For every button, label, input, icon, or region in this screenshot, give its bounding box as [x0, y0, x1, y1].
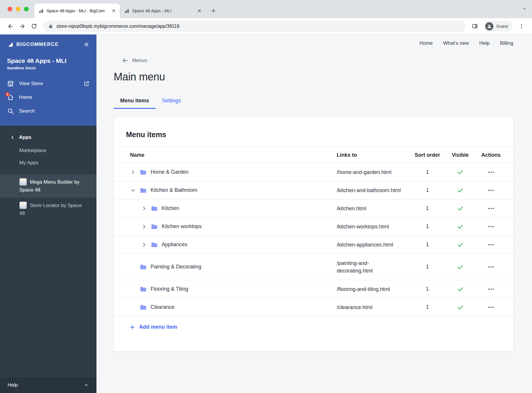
topnav-whats-new-link[interactable]: What's new [443, 40, 469, 46]
help-drawer-toggle[interactable]: Help [0, 377, 96, 393]
zoom-window-button[interactable] [24, 7, 29, 11]
chevron-up-icon [84, 382, 89, 388]
browser-menu-icon[interactable] [516, 20, 527, 32]
folder-icon [139, 263, 147, 271]
row-actions-button[interactable] [488, 241, 495, 248]
links-to-value: /painting-and-decorating.html [337, 259, 410, 275]
sidebar-item-label: Search [19, 108, 35, 114]
sidebar-app-store-locator[interactable]: Store Locator by Space 48 [0, 198, 96, 221]
arrow-left-icon [122, 57, 128, 64]
tabstrip-chevron-icon[interactable] [522, 6, 527, 11]
profile-button[interactable]: Guest [484, 21, 513, 32]
reload-icon[interactable] [28, 20, 40, 32]
folder-icon [139, 304, 147, 311]
menu-item-name: Appliances [162, 242, 187, 248]
visible-check-icon[interactable] [457, 223, 464, 230]
sidebar-item-view-store[interactable]: View Store [7, 77, 89, 90]
visible-check-icon[interactable] [457, 169, 464, 176]
header-links-to: Links to [337, 151, 410, 159]
window-controls [8, 7, 29, 11]
help-label: Help [8, 382, 18, 388]
row-actions-button[interactable] [488, 304, 495, 311]
profile-label: Guest [496, 24, 508, 29]
visible-check-icon[interactable] [457, 304, 464, 311]
store-type: Sandbox Store [7, 66, 89, 70]
sidebar-item-search[interactable]: Search [7, 104, 89, 118]
visible-check-icon[interactable] [457, 263, 464, 270]
topnav-help-link[interactable]: Help [479, 40, 490, 46]
forward-icon[interactable] [16, 20, 28, 32]
tab-close-icon[interactable]: ✕ [197, 8, 201, 13]
store-name: Space 48 Apps - MLI [7, 57, 89, 64]
chevron-down-icon[interactable] [130, 187, 139, 194]
lock-icon [49, 24, 53, 28]
menu-item-name: Kitchen & Bathroom [151, 187, 197, 193]
chevron-right-icon[interactable] [141, 241, 151, 248]
folder-icon [139, 187, 147, 194]
close-window-button[interactable] [8, 7, 12, 11]
visible-check-icon[interactable] [457, 205, 464, 212]
sidebar-item-home[interactable]: 1 Home [7, 90, 89, 104]
table-row: Appliances /kitchen-appliances.html 1 [114, 236, 513, 254]
sidebar-apps-back[interactable]: Apps [0, 126, 96, 144]
side-panel-icon[interactable] [469, 20, 481, 32]
browser-tab-inactive[interactable]: Space 48 Apps - MLI ✕ [120, 4, 205, 18]
page-title: Main menu [114, 71, 513, 83]
card-heading: Menu items [114, 118, 513, 139]
tab-close-icon[interactable]: ✕ [112, 8, 116, 13]
breadcrumb[interactable]: Menus [122, 57, 513, 64]
sort-order-value: 1 [410, 242, 445, 248]
collapse-sidebar-icon[interactable] [83, 41, 89, 48]
chevron-right-icon[interactable] [130, 169, 139, 176]
new-tab-button[interactable] [208, 6, 218, 16]
visible-check-icon[interactable] [457, 241, 464, 248]
topnav-billing-link[interactable]: Billing [500, 40, 513, 46]
sidebar-item-label: Home [19, 94, 32, 100]
menu-item-name: Flooring & Tiling [151, 286, 188, 292]
header-sort-order: Sort order [410, 152, 445, 158]
row-actions-button[interactable] [488, 286, 495, 293]
topnav-home-link[interactable]: Home [419, 40, 433, 46]
sidebar-item-marketplace[interactable]: Marketplace [0, 144, 96, 157]
breadcrumb-label: Menus [132, 58, 147, 63]
table-row: Kitchen /kitchen.html 1 [114, 199, 513, 218]
row-actions-button[interactable] [488, 187, 495, 194]
tab-title: Space 48 Apps - MLI [132, 8, 195, 13]
menu-items-card: Menu items Name Links to Sort order Visi… [114, 118, 513, 351]
sidebar-item-label: View Store [19, 81, 43, 87]
add-menu-item-label: Add menu item [139, 324, 177, 330]
browser-tab-active[interactable]: Space 48 Apps - MLI - BigCom ✕ [34, 4, 120, 18]
back-icon[interactable] [5, 20, 16, 32]
folder-icon [151, 223, 158, 230]
visible-check-icon[interactable] [457, 286, 464, 293]
row-actions-button[interactable] [488, 169, 495, 176]
notification-badge: 1 [5, 92, 10, 97]
brand-name: BIGCOMMERCE [16, 42, 58, 47]
row-actions-button[interactable] [488, 263, 495, 270]
sidebar-app-mega-menu-builder[interactable]: Mega Menu Builder by Space 48 [0, 174, 96, 198]
chevron-right-icon[interactable] [141, 205, 151, 212]
tab-favicon-icon [39, 8, 44, 13]
table-row: Kitchen & Bathroom /kitchen-and-bathroom… [114, 181, 513, 199]
search-icon [7, 108, 14, 115]
tab-favicon-icon [124, 8, 129, 13]
address-bar[interactable]: store-nqivp06qsb.mybigcommerce.com/manag… [43, 21, 466, 32]
url-text: store-nqivp06qsb.mybigcommerce.com/manag… [56, 24, 179, 29]
sidebar-item-my-apps[interactable]: My Apps [0, 157, 96, 169]
row-actions-button[interactable] [488, 223, 495, 230]
chevron-right-icon[interactable] [141, 223, 151, 230]
storefront-icon [7, 80, 14, 87]
tab-settings[interactable]: Settings [156, 98, 187, 109]
visible-check-icon[interactable] [457, 187, 464, 194]
tab-menu-items[interactable]: Menu items [114, 98, 156, 109]
minimize-window-button[interactable] [16, 7, 20, 11]
links-to-value: /kitchen-worktops.html [337, 223, 410, 230]
row-actions-button[interactable] [488, 205, 495, 212]
table-row: Painting & Decorating /painting-and-deco… [114, 254, 513, 280]
sidebar: BIGCOMMERCE Space 48 Apps - MLI Sandbox … [0, 35, 96, 393]
links-to-value: /flooring-and-tiling.html [337, 285, 410, 293]
apps-header-label: Apps [19, 135, 32, 140]
chevron-spacer [130, 263, 139, 270]
header-actions: Actions [476, 152, 506, 158]
add-menu-item-button[interactable]: Add menu item [129, 324, 513, 330]
